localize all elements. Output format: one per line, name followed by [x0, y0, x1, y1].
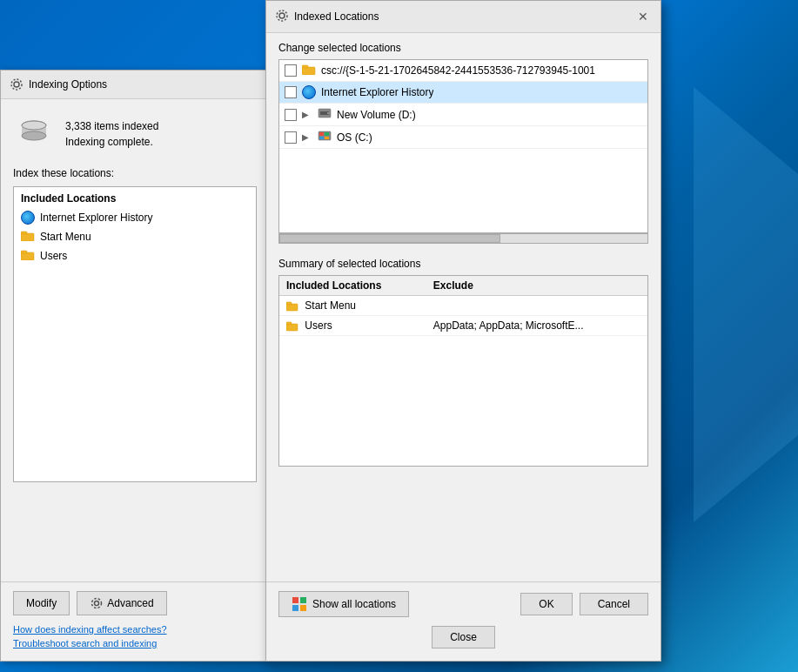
included-locations-box[interactable]: Included Locations Internet Explorer His…	[13, 186, 257, 482]
svg-rect-22	[319, 137, 324, 139]
summary-exclude-cell	[426, 296, 647, 316]
svg-rect-7	[21, 232, 27, 234]
modify-button[interactable]: Modify	[13, 591, 70, 615]
list-item[interactable]: Users	[17, 246, 252, 265]
drive-icon	[318, 107, 332, 122]
summary-location-cell: Start Menu	[279, 296, 426, 316]
svg-point-1	[11, 79, 22, 90]
summary-label: Summary of selected locations	[266, 249, 661, 275]
change-locations-label: Change selected locations	[266, 33, 661, 59]
ie-icon	[21, 211, 35, 225]
indexing-body: 3,338 items indexed Indexing complete. I…	[1, 99, 269, 496]
svg-rect-30	[292, 605, 298, 611]
indexing-options-window: Indexing Options 3,338 items indexed Ind…	[0, 70, 270, 662]
table-row: Users AppData; AppData; MicrosoftE...	[279, 316, 647, 336]
location-item-text: Internet Explorer History	[40, 212, 152, 224]
svg-rect-25	[286, 302, 292, 305]
windows-flag-icon	[292, 596, 307, 612]
list-item[interactable]: csc://{S-1-5-21-1702645842-2441553536-71…	[279, 60, 647, 82]
svg-point-12	[279, 13, 285, 18]
indexing-count: 3,338 items indexed	[65, 120, 158, 132]
svg-rect-9	[21, 251, 27, 253]
location-checkbox[interactable]	[285, 86, 297, 98]
svg-rect-21	[325, 132, 329, 136]
folder-icon	[21, 249, 35, 263]
indexing-main-icon	[17, 117, 51, 151]
indexing-buttons: Modify Advanced	[13, 591, 257, 615]
table-row: Start Menu	[279, 296, 647, 316]
location-checkbox[interactable]	[285, 109, 297, 121]
indexing-link-2[interactable]: Troubleshoot search and indexing	[13, 638, 257, 648]
location-text: csc://{S-1-5-21-1702645842-2441553536-71…	[321, 64, 595, 77]
list-item[interactable]: Internet Explorer History	[17, 208, 252, 227]
indexing-titlebar: Indexing Options	[1, 71, 269, 99]
summary-exclude-cell: AppData; AppData; MicrosoftE...	[426, 316, 647, 336]
dialog-close-button[interactable]: ✕	[634, 8, 652, 25]
svg-rect-8	[21, 252, 34, 260]
location-text: New Volume (D:)	[337, 109, 416, 121]
svg-rect-27	[286, 322, 292, 325]
expand-icon[interactable]: ▶	[302, 132, 312, 143]
svg-rect-31	[300, 605, 306, 611]
svg-point-18	[327, 112, 329, 114]
summary-location-cell: Users	[279, 316, 426, 336]
summary-table-container[interactable]: Included Locations Exclude Start Menu	[278, 275, 648, 467]
advanced-gear-icon	[90, 596, 104, 610]
advanced-button[interactable]: Advanced	[77, 591, 166, 615]
indexing-footer: Modify Advanced How does indexing affect…	[1, 581, 269, 661]
ie-icon	[302, 85, 316, 99]
list-item[interactable]: ▶ New Volume (D:)	[279, 104, 647, 126]
svg-point-10	[95, 601, 99, 606]
svg-point-5	[22, 121, 46, 130]
show-all-locations-button[interactable]: Show all locations	[278, 591, 409, 617]
location-checkbox[interactable]	[285, 131, 297, 144]
list-item[interactable]: ▶ OS (C:)	[279, 126, 647, 149]
location-text: Internet Explorer History	[321, 86, 433, 98]
folder-icon	[302, 64, 316, 77]
dialog-footer-close: Close	[278, 626, 648, 648]
index-locations-label: Index these locations:	[13, 167, 257, 179]
dialog-footer: Show all locations OK Cancel Close	[266, 581, 661, 661]
indexing-info: 3,338 items indexed Indexing complete.	[65, 120, 158, 148]
change-locations-list[interactable]: csc://{S-1-5-21-1702645842-2441553536-71…	[278, 59, 648, 233]
list-item[interactable]: Start Menu	[17, 227, 252, 246]
expand-icon[interactable]: ▶	[302, 110, 312, 120]
folder-icon	[286, 321, 298, 332]
desktop: Indexing Options 3,338 items indexed Ind…	[0, 0, 798, 672]
indexing-stats: 3,338 items indexed Indexing complete.	[13, 113, 257, 155]
svg-rect-14	[302, 67, 315, 75]
svg-point-4	[22, 131, 46, 140]
summary-col-exclude: Exclude	[426, 276, 647, 296]
included-locations-header: Included Locations	[17, 191, 252, 208]
indexing-link-1[interactable]: How does indexing affect searches?	[13, 624, 257, 635]
folder-icon	[21, 230, 35, 244]
location-text: OS (C:)	[337, 131, 372, 144]
svg-rect-20	[319, 132, 324, 136]
horizontal-scrollbar[interactable]	[278, 233, 648, 244]
ok-button[interactable]: OK	[520, 593, 572, 615]
cancel-button[interactable]: Cancel	[580, 593, 648, 615]
indexed-locations-dialog: Indexed Locations ✕ Change selected loca…	[265, 0, 661, 662]
dialog-footer-buttons: Show all locations OK Cancel	[278, 591, 648, 617]
svg-point-13	[277, 10, 287, 21]
svg-rect-28	[292, 597, 298, 603]
summary-col-locations: Included Locations	[279, 276, 426, 296]
indexing-status: Indexing complete.	[65, 136, 158, 148]
list-item[interactable]: Internet Explorer History	[279, 82, 647, 104]
dialog-titlebar: Indexed Locations ✕	[266, 1, 661, 33]
svg-point-11	[92, 599, 102, 608]
dialog-title-icon	[275, 9, 289, 25]
indexing-icon-area	[13, 113, 55, 155]
dialog-title: Indexed Locations	[294, 10, 379, 23]
svg-rect-29	[300, 597, 306, 603]
svg-point-0	[14, 82, 19, 87]
scrollbar-thumb[interactable]	[279, 234, 500, 243]
svg-rect-6	[21, 233, 34, 241]
windows-drive-icon	[318, 130, 332, 144]
location-item-text: Start Menu	[40, 231, 91, 243]
indexing-window-title: Indexing Options	[29, 78, 107, 91]
dialog-titlebar-left: Indexed Locations	[275, 9, 379, 25]
location-checkbox[interactable]	[285, 64, 297, 77]
close-dialog-button[interactable]: Close	[432, 626, 495, 648]
svg-rect-15	[302, 65, 308, 68]
